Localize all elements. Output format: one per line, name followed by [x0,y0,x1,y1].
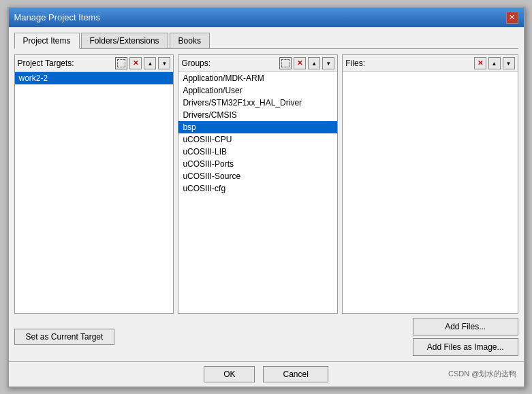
dialog-body: Project Items Folders/Extensions Books P… [9,27,524,361]
ok-button[interactable]: OK [204,366,255,382]
add-files-column: Add Files... Add Files as Image... [413,318,518,356]
tab-folders-extensions[interactable]: Folders/Extensions [81,33,168,48]
new-group-button[interactable] [279,57,292,69]
project-targets-header: Project Targets: [15,55,174,72]
files-list[interactable] [343,72,517,313]
list-item[interactable]: Drivers/STM32F1xx_HAL_Driver [178,97,337,109]
arrow-down-icon [506,59,512,67]
delete-icon [478,59,483,67]
arrow-up-icon [147,59,153,67]
project-targets-list[interactable]: work2-2 [15,72,174,313]
close-button[interactable]: ✕ [506,12,518,24]
dialog-title: Manage Project Items [14,12,100,22]
tab-bar: Project Items Folders/Extensions Books [14,33,518,49]
arrow-down-icon [326,59,331,67]
new-icon [117,59,125,67]
files-header: Files: [343,55,517,72]
move-target-up-button[interactable] [144,57,156,69]
new-target-button[interactable] [115,57,127,69]
delete-icon [133,59,138,67]
move-file-down-button[interactable] [503,57,515,69]
panels-container: Project Targets: work2-2 [14,54,518,314]
new-icon [281,59,290,67]
title-bar: Manage Project Items ✕ [9,8,524,27]
files-panel: Files: [342,54,518,314]
list-item[interactable]: uCOSIII-LIB [178,146,337,158]
list-item[interactable]: work2-2 [15,72,174,84]
groups-label: Groups: [181,59,277,68]
arrow-down-icon [161,59,167,67]
list-item[interactable]: uCOSIII-Ports [178,158,337,170]
set-current-target-button[interactable]: Set as Current Target [14,329,115,345]
arrow-up-icon [492,59,497,67]
arrow-up-icon [311,59,317,67]
add-files-as-image-button[interactable]: Add Files as Image... [413,338,518,356]
watermark-text: CSDN @划水的达鸭 [448,369,516,379]
delete-group-button[interactable] [294,57,306,69]
tab-project-items[interactable]: Project Items [14,33,80,49]
manage-project-dialog: Manage Project Items ✕ Project Items Fol… [7,7,525,388]
groups-header: Groups: [178,55,337,72]
move-file-up-button[interactable] [488,57,501,69]
list-item[interactable]: bsp [178,121,337,133]
move-group-down-button[interactable] [322,57,334,69]
groups-panel: Groups: Application/MDK-ARMApplica [178,54,338,314]
project-targets-label: Project Targets: [18,59,114,68]
delete-icon [297,59,302,67]
list-item[interactable]: Drivers/CMSIS [178,109,337,121]
delete-file-button[interactable] [474,57,486,69]
tab-books[interactable]: Books [170,33,210,48]
list-item[interactable]: uCOSIII-cfg [178,182,337,195]
list-item[interactable]: Application/MDK-ARM [178,72,337,84]
list-item[interactable]: uCOSIII-Source [178,170,337,182]
add-files-button[interactable]: Add Files... [413,318,518,335]
cancel-button[interactable]: Cancel [263,366,328,382]
project-targets-panel: Project Targets: work2-2 [14,54,174,314]
footer: OK Cancel CSDN @划水的达鸭 [9,361,524,387]
move-group-up-button[interactable] [308,57,320,69]
groups-list[interactable]: Application/MDK-ARMApplication/UserDrive… [178,72,337,313]
delete-target-button[interactable] [129,57,142,69]
list-item[interactable]: Application/User [178,84,337,97]
bottom-row: Set as Current Target Add Files... Add F… [14,318,518,356]
move-target-down-button[interactable] [158,57,170,69]
list-item[interactable]: uCOSIII-CPU [178,133,337,146]
files-label: Files: [345,59,471,68]
